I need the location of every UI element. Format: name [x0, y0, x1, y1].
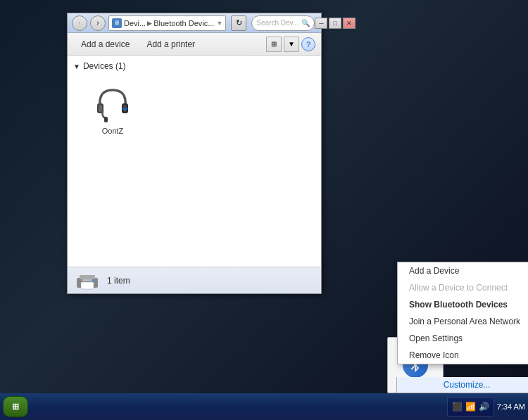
tray-icon-1[interactable]: ⬛ [452, 402, 463, 412]
section-label: Devices (1) [83, 61, 126, 71]
view-dropdown-button[interactable]: ▼ [284, 37, 299, 52]
svg-rect-9 [82, 279, 92, 281]
refresh-button[interactable]: ↻ [231, 15, 246, 31]
address-bar[interactable]: 🖥 Devi... ▶ Bluetooth Devic... ▼ [108, 15, 226, 31]
title-bar-controls: ─ □ ✕ [315, 18, 356, 29]
volume-icon[interactable]: 🔊 [479, 402, 489, 412]
clock[interactable]: 7:34 AM [497, 402, 525, 412]
view-button[interactable]: ⊞ [266, 37, 282, 52]
network-icon[interactable]: 📶 [465, 402, 476, 412]
section-arrow: ▼ [73, 63, 80, 70]
search-bar[interactable]: Search Dev... 🔍 [251, 15, 315, 31]
headset-icon [92, 83, 134, 125]
svg-rect-4 [122, 108, 127, 110]
forward-button[interactable]: › [90, 15, 106, 31]
svg-point-10 [92, 279, 94, 281]
search-icon: 🔍 [301, 19, 310, 27]
devices-window: ‹ › 🖥 Devi... ▶ Bluetooth Devic... ▼ ↻ S… [67, 13, 322, 294]
context-show-bt[interactable]: Show Bluetooth Devices [398, 296, 528, 313]
title-bar: ‹ › 🖥 Devi... ▶ Bluetooth Devic... ▼ ↻ S… [68, 13, 321, 33]
add-printer-button[interactable]: Add a printer [139, 36, 203, 53]
system-tray: ⬛ 📶 🔊 [447, 397, 494, 416]
context-allow-connect: Allow a Device to Connect [398, 279, 528, 296]
start-button[interactable]: ⊞ [3, 396, 28, 417]
svg-rect-7 [80, 275, 95, 279]
svg-rect-5 [104, 117, 108, 122]
toolbar: Add a device Add a printer ⊞ ▼ ? [68, 33, 321, 56]
context-join-network[interactable]: Join a Personal Area Network [398, 313, 528, 330]
title-bar-left: ‹ › 🖥 Devi... ▶ Bluetooth Devic... ▼ ↻ S… [72, 15, 315, 31]
desktop: ‹ › 🖥 Devi... ▶ Bluetooth Devic... ▼ ↻ S… [0, 0, 528, 420]
context-remove-icon[interactable]: Remove Icon [398, 347, 528, 364]
toolbar-right: ⊞ ▼ ? [266, 37, 315, 52]
device-item-oontz[interactable]: OontZ [84, 79, 141, 139]
printer-icon [74, 269, 101, 292]
customize-bar: Customize... [396, 377, 528, 393]
content-area: ▼ Devices (1) [68, 56, 321, 267]
section-header: ▼ Devices (1) [73, 61, 315, 71]
help-button[interactable]: ? [301, 37, 315, 51]
dropdown-arrow[interactable]: ▼ [216, 20, 222, 27]
search-placeholder: Search Dev... [256, 19, 301, 27]
breadcrumb2: Bluetooth Devic... [153, 19, 214, 27]
breadcrumb1: Devi... [124, 19, 146, 27]
item-count: 1 item [107, 276, 130, 286]
taskbar: ⊞ ⬛ 📶 🔊 7:34 AM [0, 393, 528, 420]
maximize-button[interactable]: □ [329, 18, 341, 29]
printer-icon-area [73, 269, 101, 293]
svg-rect-8 [81, 282, 94, 289]
context-add-device[interactable]: Add a Device [398, 262, 528, 279]
start-orb: ⊞ [12, 402, 19, 412]
minimize-button[interactable]: ─ [315, 18, 327, 29]
address-icon: 🖥 [112, 18, 122, 28]
close-button[interactable]: ✕ [343, 18, 356, 29]
context-open-settings[interactable]: Open Settings [398, 330, 528, 347]
back-button[interactable]: ‹ [72, 15, 87, 31]
add-device-button[interactable]: Add a device [73, 36, 137, 53]
device-grid: OontZ [73, 77, 315, 141]
svg-rect-1 [99, 105, 102, 112]
context-menu: Add a Device Allow a Device to Connect S… [397, 262, 528, 364]
device-name-label: OontZ [102, 127, 124, 135]
customize-link[interactable]: Customize... [444, 380, 491, 390]
address-arrow1: ▶ [147, 20, 152, 27]
status-bar: 1 item [68, 267, 321, 293]
